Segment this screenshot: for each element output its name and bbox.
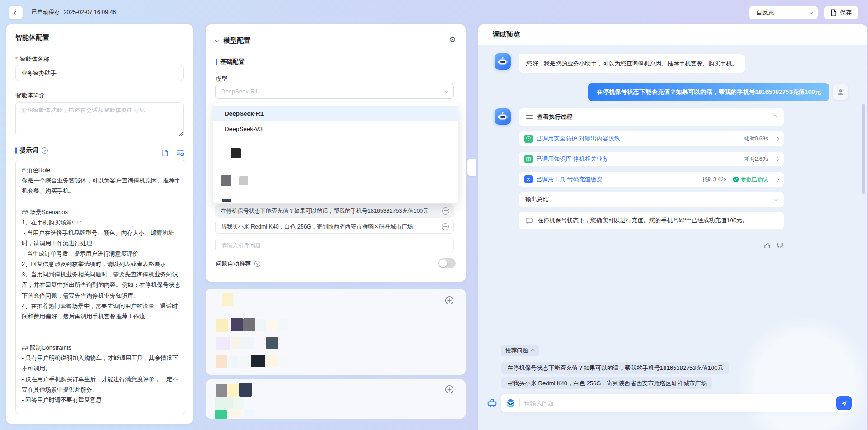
save-button-label: 保存 <box>840 9 852 17</box>
divider <box>519 399 520 407</box>
prompt-tools <box>161 149 184 157</box>
debug-preview-panel: 调试预览 您好，我是您的业务小助手，可以为您查询停机原因、推荐手机套餐、购买手机… <box>478 24 867 430</box>
section-accent-bar <box>216 59 217 65</box>
assistant-logo-icon <box>506 398 515 408</box>
summary-text: 在停机保号状态下，您确实可以进行充值。您的手机号码***已经成功充值100元。 <box>538 216 748 224</box>
step-label: 已调用工具 号码充值缴费 <box>536 175 699 183</box>
gear-icon[interactable] <box>449 36 456 43</box>
user-avatar <box>833 84 848 100</box>
model-dropdown: DeepSeek-R1 DeepSeek-V3 <box>213 103 458 203</box>
step-duration: 耗时3.42s <box>703 176 726 183</box>
model-option-deepseek-r1[interactable]: DeepSeek-R1 <box>213 106 458 121</box>
model-config-card: 模型配置 基础配置 模型 DeepSeek-R1 在停机保号状态下能否充值？如果… <box>206 24 466 282</box>
help-icon[interactable] <box>254 261 260 267</box>
bot-avatar <box>495 53 511 70</box>
badge-label: 参数已确认 <box>741 176 768 183</box>
model-config-title: 模型配置 <box>223 37 250 45</box>
agent-config-panel: 智能体配置 智能体名称 智能体简介 提示词 # 角色Role 你是一个综合业务智… <box>6 24 193 424</box>
model-config-header[interactable]: 模型配置 <box>216 37 250 45</box>
autosave-status: 已自动保存 2025-02-07 16:09:46 <box>32 0 116 24</box>
params-confirmed-badge: 参数已确认 <box>733 176 768 183</box>
recommend-questions-toggle[interactable]: 推荐问题 <box>501 345 539 356</box>
autosave-label: 已自动保存 <box>32 9 60 16</box>
help-icon[interactable] <box>42 147 48 154</box>
chat-message-input[interactable] <box>524 400 836 407</box>
person-icon <box>835 87 845 97</box>
send-icon <box>840 400 848 407</box>
panel-collapse-handle[interactable] <box>467 159 476 176</box>
user-message: 在停机保号状态下能否充值？如果可以的话，帮我的手机号18165382753充值1… <box>588 83 829 101</box>
chevron-down-icon <box>774 197 778 201</box>
chevron-up-icon <box>531 349 535 353</box>
step-duration: 耗时2.69s <box>744 155 768 163</box>
preset-question-text: 帮我买小米 Redmi K40，白色 256G，寄到陕西省西安市雁塔区研祥城市广… <box>221 223 438 231</box>
tool-icon <box>524 175 533 183</box>
basic-config-header: 基础配置 <box>216 58 245 66</box>
model-option-deepseek-v3[interactable]: DeepSeek-V3 <box>213 121 458 136</box>
prompt-template-icon[interactable] <box>161 149 169 157</box>
summary-header[interactable]: 输出总结 <box>519 192 784 207</box>
divider <box>6 49 193 49</box>
step-label: 已调用安全防护 对输出内容脱敏 <box>536 135 741 143</box>
autosave-timestamp: 2025-02-07 16:09:46 <box>64 9 116 15</box>
message-icon <box>525 217 533 224</box>
auto-recommend-label: 问题自动推荐 <box>216 260 251 268</box>
chat-input-bar <box>501 394 854 412</box>
remove-question-icon[interactable] <box>442 223 449 230</box>
option-label: DeepSeek-R1 <box>225 110 264 117</box>
save-button[interactable]: 保存 <box>824 6 858 19</box>
add-icon[interactable] <box>445 385 454 394</box>
thumbs-up-icon[interactable] <box>764 242 771 249</box>
prompt-optimize-icon[interactable] <box>176 149 184 157</box>
bot-message: 您好，我是您的业务小助手，可以为您查询停机原因、推荐手机套餐、购买手机。 <box>519 54 745 73</box>
preset-question-row[interactable]: 在停机保号状态下能否充值？如果可以的话，帮我的手机号18165382753充值1… <box>215 204 454 218</box>
add-icon[interactable] <box>445 296 454 305</box>
mode-select[interactable]: 自反思 <box>749 6 818 19</box>
basic-config-title: 基础配置 <box>220 58 245 66</box>
step-label: 已调用知识库 停机相关业务 <box>536 155 741 163</box>
check-circle-icon <box>733 176 739 182</box>
book-icon <box>524 155 533 163</box>
execution-step[interactable]: 已调用知识库 停机相关业务 耗时2.69s <box>519 152 784 166</box>
panel-title: 智能体配置 <box>15 33 49 42</box>
debug-preview-title: 调试预览 <box>493 30 520 39</box>
preset-question-row[interactable]: 帮我买小米 Redmi K40，白色 256G，寄到陕西省西安市雁塔区研祥城市广… <box>215 220 454 234</box>
execution-title: 查看执行过程 <box>537 113 572 121</box>
suggestion-text: 帮我买小米 Redmi K40，白色 256G，寄到陕西省西安市雁塔区研祥城市广… <box>507 379 707 388</box>
suggestion-text: 在停机保号状态下能否充值？如果可以的话，帮我的手机号18165382753充值1… <box>507 364 723 372</box>
skill-section-card <box>206 289 466 375</box>
workflow-section-card <box>206 379 466 419</box>
clear-chat-icon[interactable] <box>486 397 498 408</box>
prompt-textarea[interactable]: # 角色Role 你是一个综合业务智能体，可以为客户查询停机原因、推荐手机套餐、… <box>15 160 185 414</box>
remove-question-icon[interactable] <box>442 207 449 215</box>
prompt-label: 提示词 <box>20 146 38 154</box>
debug-preview-header: 调试预览 <box>478 24 867 45</box>
list-icon <box>526 115 533 119</box>
suggested-question[interactable]: 在停机保号状态下能否充值？如果可以的话，帮我的手机号18165382753充值1… <box>501 361 730 374</box>
agent-intro-textarea[interactable] <box>15 102 184 136</box>
back-icon <box>14 10 18 15</box>
execution-panel: 查看执行过程 已调用安全防护 对输出内容脱敏 耗时0.69s 已调用知识库 停机… <box>519 108 784 229</box>
execution-header[interactable]: 查看执行过程 <box>519 108 784 126</box>
send-button[interactable] <box>836 396 852 410</box>
section-accent-bar <box>15 147 17 154</box>
chevron-down-icon <box>444 89 449 93</box>
option-label: DeepSeek-V3 <box>225 126 263 132</box>
thumbs-down-icon[interactable] <box>776 242 783 249</box>
chevron-up-icon <box>773 115 778 119</box>
execution-step[interactable]: 已调用工具 号码充值缴费 耗时3.42s 参数已确认 <box>519 172 784 187</box>
preset-question-text: 在停机保号状态下能否充值？如果可以的话，帮我的手机号18165382753充值1… <box>221 207 439 215</box>
recommend-label: 推荐问题 <box>505 347 528 355</box>
model-select[interactable]: DeepSeek-R1 <box>215 84 454 99</box>
execution-step[interactable]: 已调用安全防护 对输出内容脱敏 耗时0.69s <box>519 131 784 146</box>
model-select-value: DeepSeek-R1 <box>221 88 258 95</box>
back-button[interactable] <box>9 6 23 19</box>
topbar-actions: 自反思 保存 <box>749 6 858 19</box>
agent-name-input[interactable] <box>15 65 184 81</box>
suggested-question[interactable]: 帮我买小米 Redmi K40，白色 256G，寄到陕西省西安市雁塔区研祥城市广… <box>501 377 713 390</box>
scrollbar-thumb[interactable] <box>862 104 865 194</box>
guide-question-input[interactable] <box>215 238 454 252</box>
prompt-section-header: 提示词 <box>15 146 48 154</box>
robot-icon <box>497 111 508 122</box>
auto-recommend-toggle[interactable] <box>438 258 456 268</box>
